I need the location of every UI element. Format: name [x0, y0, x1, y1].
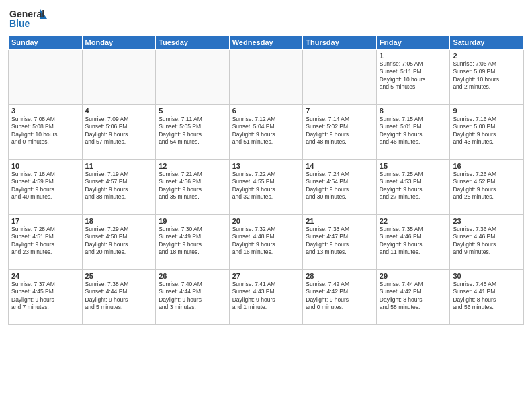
calendar-week-4: 24Sunrise: 7:37 AM Sunset: 4:45 PM Dayli…: [9, 270, 524, 325]
day-number: 23: [453, 217, 521, 225]
calendar-cell: [303, 50, 377, 105]
day-info: Sunrise: 7:18 AM Sunset: 4:59 PM Dayligh…: [11, 171, 79, 201]
calendar-cell: 7Sunrise: 7:14 AM Sunset: 5:02 PM Daylig…: [303, 105, 377, 160]
day-number: 7: [306, 107, 373, 115]
day-info: Sunrise: 7:05 AM Sunset: 5:11 PM Dayligh…: [380, 60, 447, 91]
day-number: 13: [232, 162, 300, 170]
day-info: Sunrise: 7:29 AM Sunset: 4:50 PM Dayligh…: [85, 226, 153, 257]
calendar-cell: 28Sunrise: 7:42 AM Sunset: 4:42 PM Dayli…: [303, 270, 377, 325]
calendar-cell: 8Sunrise: 7:15 AM Sunset: 5:01 PM Daylig…: [376, 105, 450, 160]
day-info: Sunrise: 7:21 AM Sunset: 4:56 PM Dayligh…: [159, 171, 226, 201]
calendar-cell: [82, 50, 156, 105]
calendar-cell: 14Sunrise: 7:24 AM Sunset: 4:54 PM Dayli…: [303, 160, 377, 215]
day-info: Sunrise: 7:38 AM Sunset: 4:44 PM Dayligh…: [85, 281, 153, 312]
calendar-cell: 11Sunrise: 7:19 AM Sunset: 4:57 PM Dayli…: [82, 160, 156, 215]
calendar-cell: 22Sunrise: 7:35 AM Sunset: 4:46 PM Dayli…: [376, 215, 450, 270]
calendar-cell: 19Sunrise: 7:30 AM Sunset: 4:49 PM Dayli…: [156, 215, 230, 270]
day-info: Sunrise: 7:15 AM Sunset: 5:01 PM Dayligh…: [380, 116, 447, 146]
calendar-cell: 16Sunrise: 7:26 AM Sunset: 4:52 PM Dayli…: [450, 160, 524, 215]
day-number: 27: [232, 272, 300, 280]
calendar-cell: 21Sunrise: 7:33 AM Sunset: 4:47 PM Dayli…: [303, 215, 377, 270]
day-info: Sunrise: 7:19 AM Sunset: 4:57 PM Dayligh…: [85, 171, 153, 201]
calendar-week-2: 10Sunrise: 7:18 AM Sunset: 4:59 PM Dayli…: [9, 160, 524, 215]
day-info: Sunrise: 7:37 AM Sunset: 4:45 PM Dayligh…: [11, 281, 79, 312]
day-info: Sunrise: 7:33 AM Sunset: 4:47 PM Dayligh…: [306, 226, 373, 257]
day-number: 4: [85, 107, 153, 115]
day-number: 5: [159, 107, 226, 115]
day-info: Sunrise: 7:06 AM Sunset: 5:09 PM Dayligh…: [453, 60, 521, 91]
weekday-header-tuesday: Tuesday: [156, 36, 230, 50]
weekday-header-sunday: Sunday: [9, 36, 83, 50]
day-info: Sunrise: 7:45 AM Sunset: 4:41 PM Dayligh…: [453, 281, 521, 312]
day-info: Sunrise: 7:25 AM Sunset: 4:53 PM Dayligh…: [380, 171, 447, 201]
day-number: 6: [232, 107, 300, 115]
day-info: Sunrise: 7:35 AM Sunset: 4:46 PM Dayligh…: [380, 226, 447, 257]
day-info: Sunrise: 7:28 AM Sunset: 4:51 PM Dayligh…: [11, 226, 79, 257]
day-number: 9: [453, 107, 521, 115]
calendar-cell: [156, 50, 230, 105]
day-info: Sunrise: 7:41 AM Sunset: 4:43 PM Dayligh…: [232, 281, 300, 312]
day-info: Sunrise: 7:24 AM Sunset: 4:54 PM Dayligh…: [306, 171, 373, 201]
day-info: Sunrise: 7:09 AM Sunset: 5:06 PM Dayligh…: [85, 116, 153, 146]
day-number: 3: [11, 107, 79, 115]
day-info: Sunrise: 7:08 AM Sunset: 5:08 PM Dayligh…: [11, 116, 79, 146]
day-info: Sunrise: 7:11 AM Sunset: 5:05 PM Dayligh…: [159, 116, 226, 146]
day-number: 12: [159, 162, 226, 170]
calendar-cell: 25Sunrise: 7:38 AM Sunset: 4:44 PM Dayli…: [82, 270, 156, 325]
page-container: GeneralBlue SundayMondayTuesdayWednesday…: [0, 0, 532, 411]
calendar-cell: 20Sunrise: 7:32 AM Sunset: 4:48 PM Dayli…: [229, 215, 303, 270]
weekday-header-saturday: Saturday: [450, 36, 524, 50]
calendar-cell: 9Sunrise: 7:16 AM Sunset: 5:00 PM Daylig…: [450, 105, 524, 160]
day-number: 14: [306, 162, 373, 170]
day-number: 29: [380, 272, 447, 280]
day-info: Sunrise: 7:12 AM Sunset: 5:04 PM Dayligh…: [232, 116, 300, 146]
day-number: 21: [306, 217, 373, 225]
logo-svg: GeneralBlue: [8, 7, 48, 31]
day-number: 26: [159, 272, 226, 280]
day-number: 30: [453, 272, 521, 280]
calendar-cell: 13Sunrise: 7:22 AM Sunset: 4:55 PM Dayli…: [229, 160, 303, 215]
day-number: 28: [306, 272, 373, 280]
day-info: Sunrise: 7:40 AM Sunset: 4:44 PM Dayligh…: [159, 281, 226, 312]
calendar-week-0: 1Sunrise: 7:05 AM Sunset: 5:11 PM Daylig…: [9, 50, 524, 105]
calendar-cell: 3Sunrise: 7:08 AM Sunset: 5:08 PM Daylig…: [9, 105, 83, 160]
weekday-header-friday: Friday: [376, 36, 450, 50]
day-info: Sunrise: 7:16 AM Sunset: 5:00 PM Dayligh…: [453, 116, 521, 146]
calendar-table: SundayMondayTuesdayWednesdayThursdayFrid…: [8, 35, 524, 325]
calendar-cell: 18Sunrise: 7:29 AM Sunset: 4:50 PM Dayli…: [82, 215, 156, 270]
day-number: 17: [11, 217, 79, 225]
day-number: 11: [85, 162, 153, 170]
day-number: 8: [380, 107, 447, 115]
calendar-cell: 24Sunrise: 7:37 AM Sunset: 4:45 PM Dayli…: [9, 270, 83, 325]
day-info: Sunrise: 7:26 AM Sunset: 4:52 PM Dayligh…: [453, 171, 521, 201]
day-number: 25: [85, 272, 153, 280]
day-number: 24: [11, 272, 79, 280]
calendar-cell: 15Sunrise: 7:25 AM Sunset: 4:53 PM Dayli…: [376, 160, 450, 215]
day-info: Sunrise: 7:30 AM Sunset: 4:49 PM Dayligh…: [159, 226, 226, 257]
day-number: 19: [159, 217, 226, 225]
weekday-header-row: SundayMondayTuesdayWednesdayThursdayFrid…: [9, 36, 524, 50]
weekday-header-thursday: Thursday: [303, 36, 377, 50]
calendar-cell: 26Sunrise: 7:40 AM Sunset: 4:44 PM Dayli…: [156, 270, 230, 325]
calendar-cell: 12Sunrise: 7:21 AM Sunset: 4:56 PM Dayli…: [156, 160, 230, 215]
calendar-cell: [9, 50, 83, 105]
calendar-cell: 1Sunrise: 7:05 AM Sunset: 5:11 PM Daylig…: [376, 50, 450, 105]
logo: GeneralBlue: [8, 7, 48, 31]
day-info: Sunrise: 7:36 AM Sunset: 4:46 PM Dayligh…: [453, 226, 521, 257]
calendar-cell: 4Sunrise: 7:09 AM Sunset: 5:06 PM Daylig…: [82, 105, 156, 160]
weekday-header-wednesday: Wednesday: [229, 36, 303, 50]
day-info: Sunrise: 7:44 AM Sunset: 4:42 PM Dayligh…: [380, 281, 447, 312]
day-number: 20: [232, 217, 300, 225]
calendar-cell: 27Sunrise: 7:41 AM Sunset: 4:43 PM Dayli…: [229, 270, 303, 325]
day-number: 18: [85, 217, 153, 225]
day-number: 1: [380, 52, 447, 60]
day-number: 16: [453, 162, 521, 170]
calendar-cell: 5Sunrise: 7:11 AM Sunset: 5:05 PM Daylig…: [156, 105, 230, 160]
calendar-cell: 6Sunrise: 7:12 AM Sunset: 5:04 PM Daylig…: [229, 105, 303, 160]
day-info: Sunrise: 7:14 AM Sunset: 5:02 PM Dayligh…: [306, 116, 373, 146]
day-number: 10: [11, 162, 79, 170]
calendar-cell: 10Sunrise: 7:18 AM Sunset: 4:59 PM Dayli…: [9, 160, 83, 215]
calendar-cell: 23Sunrise: 7:36 AM Sunset: 4:46 PM Dayli…: [450, 215, 524, 270]
day-info: Sunrise: 7:42 AM Sunset: 4:42 PM Dayligh…: [306, 281, 373, 312]
day-info: Sunrise: 7:22 AM Sunset: 4:55 PM Dayligh…: [232, 171, 300, 201]
